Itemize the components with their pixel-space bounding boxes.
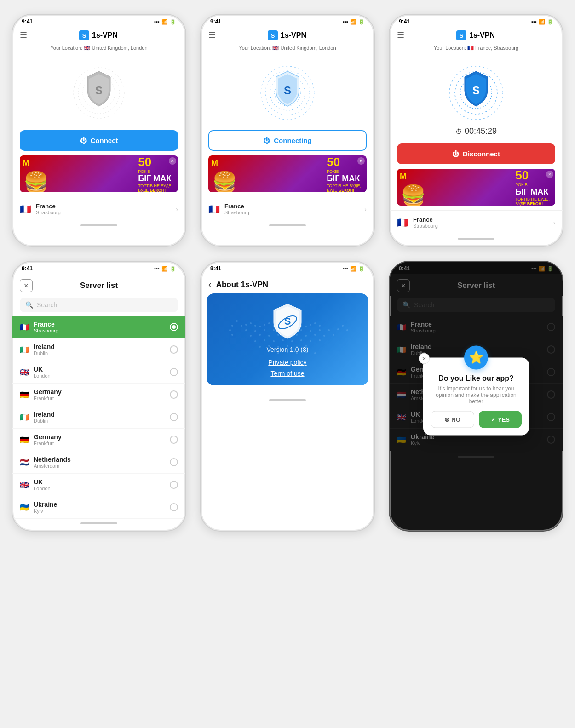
search-bar-4[interactable]: 🔍 Search (20, 298, 178, 312)
server-city-2: Strasbourg (224, 210, 249, 215)
power-icon-1: ⏻ (80, 137, 87, 144)
server-item-germany-2[interactable]: 🇩🇪 Germany Frankfurt (12, 429, 185, 451)
svg-point-41 (337, 328, 339, 330)
country-france: France (34, 321, 58, 328)
svg-point-14 (245, 324, 247, 326)
country-ukraine: Ukraine (34, 501, 57, 508)
connecting-button-2[interactable]: ⏻ Connecting (208, 130, 367, 151)
radio-germany-2 (170, 436, 178, 444)
ad-banner-3: M 🍔 50 РОКІВ БІГ МАК ТОРТІВ НЕ БУДЕ, БУД… (397, 169, 555, 206)
server-item-germany-1[interactable]: 🇩🇪 Germany Frankfurt (12, 384, 185, 406)
back-button-5[interactable]: ‹ (208, 279, 212, 290)
svg-point-65 (305, 345, 307, 347)
svg-point-58 (310, 340, 311, 342)
status-icons-3: ▪▪▪📶🔋 (531, 19, 553, 25)
svg-point-38 (310, 330, 311, 332)
svg-point-49 (314, 334, 316, 336)
ad-close-2[interactable]: ✕ (357, 157, 365, 165)
svg-point-70 (342, 325, 344, 327)
svg-point-63 (287, 345, 288, 347)
rating-popup-6: ✕ ⭐ Do you Like our app? It's important … (423, 357, 529, 435)
server-item-ireland-1[interactable]: 🇮🇪 Ireland Dublin (12, 338, 185, 361)
ad-close-1[interactable]: ✕ (169, 157, 176, 165)
svg-point-61 (268, 345, 270, 347)
shield-area-1: S (12, 54, 185, 130)
svg-point-33 (264, 329, 265, 331)
status-bar-2: 9:41 ▪▪▪📶🔋 (201, 15, 374, 27)
top-bar-1: ☰ S 1s-VPN (12, 27, 185, 44)
time-4: 9:41 (22, 265, 33, 272)
flag-uk-1: 🇬🇧 (20, 368, 29, 377)
svg-point-30 (319, 325, 321, 327)
server-list-4: 🇫🇷 France Strasbourg 🇮🇪 Ireland Dublin (12, 316, 185, 519)
time-5: 9:41 (210, 265, 221, 272)
phone-3-connected: 9:41 ▪▪▪📶🔋 ☰ S 1s-VPN Your Location: 🇫🇷 … (389, 14, 564, 247)
svg-point-31 (245, 329, 247, 331)
server-name-2: France (224, 203, 249, 210)
menu-icon-1[interactable]: ☰ (20, 30, 27, 40)
radio-france (170, 323, 178, 331)
top-bar-3: ☰ S 1s-VPN (390, 27, 563, 44)
svg-point-73 (287, 351, 288, 353)
connect-button-1[interactable]: ⏻ Connect (20, 130, 178, 151)
phone-2-connecting: 9:41 ▪▪▪📶🔋 ☰ S 1s-VPN Your Location: 🇬🇧 … (200, 14, 375, 247)
flag-ukraine: 🇺🇦 (20, 503, 29, 512)
svg-point-15 (250, 322, 252, 324)
server-city-1: Strasbourg (36, 210, 61, 215)
server-name-3: France (413, 216, 438, 223)
close-button-4[interactable]: ✕ (20, 279, 33, 292)
server-item-france[interactable]: 🇫🇷 France Strasbourg (12, 316, 185, 338)
server-item-netherlands[interactable]: 🇳🇱 Netherlands Amsterdam (12, 451, 185, 474)
server-item-uk-2[interactable]: 🇬🇧 UK London (12, 474, 185, 496)
server-row-3[interactable]: 🇫🇷 France Strasbourg › (390, 210, 563, 234)
svg-point-42 (250, 335, 252, 337)
home-bar-3 (458, 238, 494, 240)
server-item-ukraine[interactable]: 🇺🇦 Ukraine Kyiv (12, 496, 185, 519)
no-button-6[interactable]: ⊗ NO (431, 411, 474, 428)
server-flag-1: 🇫🇷 (20, 204, 31, 215)
menu-icon-2[interactable]: ☰ (208, 30, 216, 40)
flag-ireland-1: 🇮🇪 (20, 345, 29, 354)
flag-germany-2: 🇩🇪 (20, 436, 29, 444)
flag-germany-1: 🇩🇪 (20, 390, 29, 399)
popup-close-button-6[interactable]: ✕ (419, 353, 430, 364)
timer-icon-3: ⏱ (455, 128, 462, 135)
svg-point-16 (254, 325, 256, 327)
server-item-uk-1[interactable]: 🇬🇧 UK London (12, 361, 185, 384)
server-row-2[interactable]: 🇫🇷 France Strasbourg › (201, 197, 374, 221)
server-item-ireland-2[interactable]: 🇮🇪 Ireland Dublin (12, 406, 185, 429)
svg-point-29 (314, 322, 316, 324)
screen-title-4: Server list (33, 281, 165, 290)
home-bar-1 (80, 224, 117, 226)
svg-point-40 (328, 329, 330, 331)
city-frankfurt-1: Frankfurt (34, 396, 62, 401)
yes-button-6[interactable]: ✓ YES (479, 411, 522, 428)
server-flag-2: 🇫🇷 (208, 204, 220, 215)
menu-icon-3[interactable]: ☰ (397, 30, 404, 40)
disconnect-button-3[interactable]: ⏻ Disconnect (397, 143, 555, 164)
status-bar-3: 9:41 ▪▪▪📶🔋 (390, 15, 563, 27)
city-strasbourg: Strasbourg (34, 328, 58, 333)
popup-desc-6: It's important for us to hear you opinio… (423, 385, 529, 404)
status-icons-1: ▪▪▪ 📶 🔋 (154, 19, 176, 25)
phone-6-dark-popup: 9:41 ▪▪▪📶🔋 ✕ Server list 🔍 Search 🇫🇷 Fra… (389, 261, 564, 532)
server-row-1[interactable]: 🇫🇷 France Strasbourg › (12, 197, 185, 221)
svg-point-28 (310, 324, 311, 326)
about-shield-svg: S (269, 302, 306, 343)
svg-text:S: S (472, 84, 480, 97)
app-logo-1: S (79, 30, 89, 40)
city-amsterdam: Amsterdam (34, 463, 71, 469)
ad-close-3[interactable]: ✕ (546, 171, 553, 178)
svg-point-53 (264, 339, 265, 341)
radio-netherlands (170, 458, 178, 466)
svg-point-76 (314, 352, 316, 354)
ad-banner-2: M 🍔 50 РОКІВ БІГ МАК ТОРТІВ НЕ БУДЕ, БУД… (208, 155, 367, 192)
svg-point-59 (319, 339, 321, 341)
city-dublin-1: Dublin (34, 350, 55, 356)
svg-point-66 (236, 320, 238, 322)
chevron-icon-2: › (364, 206, 367, 213)
screen-header-4: ✕ Server list (12, 274, 185, 296)
city-london-1: London (34, 373, 51, 378)
home-bar-4 (80, 522, 117, 524)
country-germany-2: Germany (34, 433, 62, 441)
